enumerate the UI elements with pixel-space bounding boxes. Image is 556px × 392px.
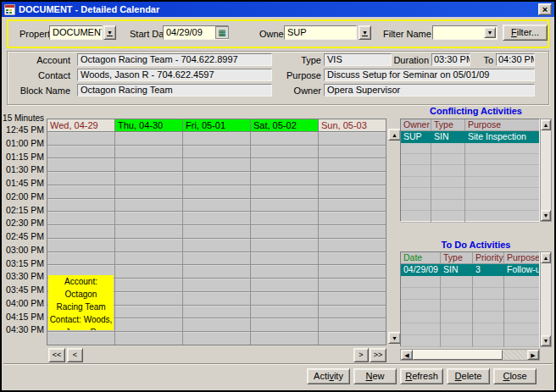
- time-label: 04:15 PM: [2, 311, 44, 324]
- new-button[interactable]: New: [353, 368, 397, 384]
- time-label: 04:30 PM: [2, 323, 44, 337]
- block-name-field[interactable]: Octagon Racing Team: [77, 84, 272, 97]
- titlebar: DOCUMENT - Detailed Calendar ×: [2, 2, 554, 17]
- calendar-scroll-down-icon[interactable]: ▼: [388, 332, 401, 344]
- conflicting-activities-body[interactable]: SUP SIN Site Inspection: [401, 131, 539, 223]
- scrollbar-track[interactable]: [503, 350, 527, 360]
- todo-activities-header: Date Type Priority Purpose: [401, 252, 539, 264]
- time-gutter: 12:45 PM 01:00 PM 01:15 PM 01:30 PM 01:4…: [2, 124, 44, 337]
- scroll-left-icon[interactable]: ◀: [401, 350, 413, 360]
- scroll-down-icon[interactable]: ▼: [541, 335, 551, 346]
- duration-label: Duration: [392, 55, 429, 66]
- time-label: 02:30 PM: [2, 217, 44, 230]
- nav-first-button[interactable]: <<: [48, 348, 65, 362]
- nav-last-button[interactable]: >>: [370, 348, 386, 362]
- day-header-wed: Wed, 04-29: [47, 119, 115, 132]
- cell-date: 04/29/09: [401, 264, 441, 276]
- property-lov-button[interactable]: ▼: [103, 25, 116, 40]
- conflicting-activities-header: Owner Type Purpose: [401, 119, 539, 131]
- conflicting-activities-scrollbar[interactable]: ▲ ▼: [540, 119, 552, 222]
- calendar-picker-icon[interactable]: ▦: [215, 26, 229, 39]
- calendar-day-headers: Wed, 04-29 Thu, 04-30 Fri, 05-01 Sat, 05…: [47, 119, 386, 132]
- cell-owner: SUP: [401, 131, 431, 143]
- time-label: 12:45 PM: [2, 124, 44, 137]
- scroll-up-icon[interactable]: ▲: [541, 119, 551, 130]
- activity-owner-label: Owner: [253, 86, 321, 97]
- todo-activities-body[interactable]: 04/29/09 SIN 3 Follow-up: [401, 264, 539, 347]
- divider: [3, 363, 553, 365]
- column-header: Priority: [473, 252, 504, 263]
- details-panel: Account Octagon Racing Team - 704.622.89…: [7, 51, 549, 105]
- conflicting-activities-table: Owner Type Purpose SUP SIN Site Inspecti…: [400, 119, 540, 222]
- duration-field[interactable]: 03:30 PM: [431, 53, 470, 66]
- to-field[interactable]: 04:30 PM: [496, 53, 535, 66]
- lov-arrow-icon: ▼: [107, 30, 113, 36]
- scroll-up-icon[interactable]: ▲: [541, 252, 551, 263]
- account-field[interactable]: Octagon Racing Team - 704.622.8997: [77, 53, 272, 66]
- nav-next-button[interactable]: >: [353, 348, 369, 362]
- time-label: 01:30 PM: [2, 163, 44, 177]
- time-label: 03:00 PM: [2, 244, 44, 257]
- close-icon[interactable]: ×: [538, 3, 552, 15]
- contact-label: Contact: [8, 70, 74, 81]
- todo-activities-hscrollbar[interactable]: ◀ ▶: [400, 349, 540, 361]
- conflicting-activities-title: Conflicting Activities: [400, 106, 552, 116]
- cell-purpose: Site Inspection: [465, 131, 539, 143]
- app-icon: [4, 4, 15, 15]
- owner-label: Owner: [259, 29, 286, 40]
- filter-bar: Property DOCUMENT ▼ Start Date 04/29/09 …: [7, 19, 549, 48]
- column-header: Type: [441, 252, 473, 263]
- property-field[interactable]: DOCUMENT: [49, 25, 103, 40]
- column-header: Purpose: [465, 119, 539, 130]
- delete-button[interactable]: Delete: [447, 368, 490, 384]
- block-name-label: Block Name: [8, 86, 74, 97]
- time-label: 02:45 PM: [2, 230, 44, 244]
- todo-activities-title: To Do Activities: [400, 240, 552, 250]
- cell-type: SIN: [441, 264, 473, 276]
- table-row[interactable]: SUP SIN Site Inspection: [401, 131, 539, 143]
- time-label: 01:15 PM: [2, 151, 44, 164]
- time-label: 03:45 PM: [2, 284, 44, 297]
- activity-button[interactable]: Activity: [307, 368, 350, 384]
- filter-name-combo[interactable]: ▼: [432, 25, 498, 40]
- todo-activities-vscrollbar[interactable]: ▲ ▼: [540, 251, 552, 347]
- day-header-thu: Thu, 04-30: [115, 119, 183, 132]
- owner-lov-button[interactable]: ▼: [359, 25, 371, 40]
- time-label: 02:15 PM: [2, 204, 44, 218]
- owner-field[interactable]: SUP: [284, 25, 357, 40]
- event-note[interactable]: Account: Octagon Racing Team Contact: Wo…: [48, 275, 114, 330]
- purpose-label: Purpose: [253, 70, 321, 81]
- window-title: DOCUMENT - Detailed Calendar: [19, 4, 159, 14]
- filter-button[interactable]: Filter...: [503, 25, 548, 41]
- type-field[interactable]: VIS: [324, 53, 392, 66]
- time-label: 03:15 PM: [2, 257, 44, 271]
- todo-activities-table: Date Type Priority Purpose 04/29/09 SIN …: [400, 251, 540, 347]
- chevron-down-icon[interactable]: ▼: [484, 27, 496, 38]
- scrollbar-thumb[interactable]: [413, 350, 503, 360]
- day-header-sat: Sat, 05-02: [251, 119, 319, 132]
- time-label: 01:00 PM: [2, 137, 44, 151]
- filter-name-label: Filter Name: [383, 29, 431, 40]
- nav-prev-button[interactable]: <: [67, 348, 83, 362]
- time-label: 02:00 PM: [2, 190, 44, 204]
- table-row[interactable]: 04/29/09 SIN 3 Follow-up: [401, 264, 539, 276]
- scroll-down-icon[interactable]: ▼: [541, 210, 551, 221]
- purpose-field[interactable]: Discuss Setup for Seminar on 05/01/09: [324, 69, 535, 81]
- day-header-sun: Sun, 05-03: [319, 119, 386, 132]
- detailed-calendar-window: DOCUMENT - Detailed Calendar × Property …: [0, 0, 556, 392]
- account-label: Account: [8, 55, 74, 66]
- column-header: Type: [431, 119, 465, 130]
- contact-field[interactable]: Woods, Jason R - 704.622.4597: [77, 69, 272, 81]
- type-label: Type: [253, 55, 321, 66]
- refresh-button[interactable]: Refresh: [400, 368, 443, 384]
- activity-owner-field[interactable]: Opera Supervisor: [324, 84, 535, 97]
- time-label: 01:45 PM: [2, 177, 44, 190]
- column-header: Purpose: [504, 252, 539, 263]
- column-header: Date: [401, 252, 441, 263]
- time-label: 03:30 PM: [2, 270, 44, 284]
- calendar-scroll-up-icon[interactable]: ▲: [388, 129, 401, 141]
- close-button[interactable]: Close: [493, 368, 537, 384]
- cell-type: SIN: [431, 131, 465, 143]
- scroll-right-icon[interactable]: ▶: [527, 350, 539, 360]
- lov-arrow-icon: ▼: [362, 30, 368, 36]
